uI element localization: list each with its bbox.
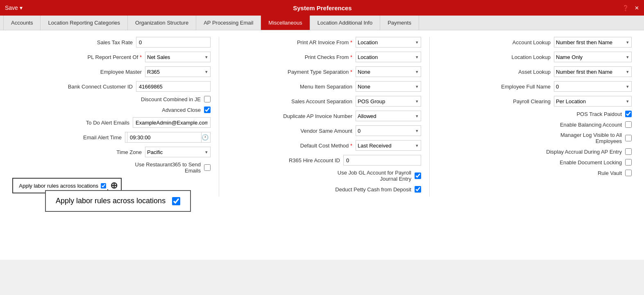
label-enable-document-locking: Enable Document Locking — [560, 159, 622, 166]
label-rule-vault: Rule Vault — [565, 170, 622, 176]
checkbox-apply-labor-rules[interactable] — [101, 183, 106, 188]
select-default-cost[interactable]: Last Received — [356, 141, 421, 150]
label-default-cost: Default Cost Method * — [295, 143, 352, 149]
checkbox-pos-track-paidout[interactable] — [625, 111, 632, 117]
clock-icon: 🕐 — [202, 134, 209, 141]
select-default-cost-wrapper[interactable]: Last Received ▾ — [356, 140, 421, 151]
input-r365-hire[interactable] — [343, 155, 421, 166]
row-sales-tax-rate: Sales Tax Rate — [12, 37, 211, 48]
select-asset-lookup-wrapper[interactable]: Number first then Name ▾ — [554, 66, 632, 77]
close-icon[interactable]: ✕ — [635, 5, 639, 11]
row-todo-alert-emails: To Do Alert Emails — [12, 117, 211, 128]
select-print-ar-wrapper[interactable]: Location ▾ — [356, 37, 421, 48]
checkbox-discount-combined[interactable] — [204, 96, 211, 102]
checkbox-enable-document-locking[interactable] — [625, 159, 632, 166]
row-employee-master: Employee Master R365 ▾ — [12, 66, 211, 77]
select-location-lookup-wrapper[interactable]: Name Only ▾ — [554, 52, 632, 62]
checkbox-rule-vault[interactable] — [625, 170, 632, 176]
select-location-lookup[interactable]: Name Only — [554, 52, 631, 62]
input-todo-alert-emails[interactable] — [133, 117, 211, 128]
select-print-checks[interactable]: Location — [356, 52, 421, 62]
save-button[interactable]: Save ▾ — [5, 5, 23, 11]
label-job-gl: Use Job GL Account for PayrollJournal En… — [338, 170, 411, 182]
select-print-checks-wrapper[interactable]: Location ▾ — [356, 52, 421, 62]
zoom-popup-checkbox[interactable] — [172, 197, 180, 205]
select-vendor-same-wrapper[interactable]: 0 ▾ — [356, 125, 421, 136]
row-advanced-close: Advanced Close — [12, 107, 211, 113]
label-employee-master: Employee Master — [84, 69, 142, 75]
select-employee-master-wrapper[interactable]: R365 ▾ — [145, 66, 211, 77]
row-print-checks: Print Checks From * Location ▾ — [227, 52, 421, 62]
select-time-zone-wrapper[interactable]: Pacific ▾ — [145, 147, 211, 157]
input-sales-tax-rate[interactable] — [136, 37, 211, 48]
tab-payments[interactable]: Payments — [380, 16, 419, 30]
checkbox-display-accrual[interactable] — [625, 148, 632, 155]
select-account-lookup[interactable]: Number first then Name — [554, 37, 631, 47]
label-bank-connect: Bank Connect Customer ID — [68, 84, 133, 90]
select-print-ar[interactable]: Location — [356, 37, 421, 47]
zoom-popup: Apply labor rules across locations — [45, 190, 191, 212]
select-duplicate-ap[interactable]: Allowed — [356, 111, 421, 121]
label-print-ar-invoice: Print AR Invoice From * — [295, 39, 352, 45]
select-sales-account[interactable]: POS Group — [356, 96, 421, 106]
select-pl-report[interactable]: Net Sales — [145, 52, 210, 62]
label-sales-tax-rate: Sales Tax Rate — [75, 39, 133, 45]
row-bank-connect: Bank Connect Customer ID — [12, 81, 211, 92]
label-apply-labor-rules: Apply labor rules across locations — [16, 183, 98, 189]
tab-location-reporting[interactable]: Location Reporting Categories — [41, 16, 128, 30]
row-payroll-clearing: Payroll Clearing Per Location ▾ — [438, 96, 632, 107]
checkbox-enable-balancing[interactable] — [625, 121, 632, 128]
checkbox-manager-log[interactable] — [625, 135, 632, 141]
tab-org-structure[interactable]: Organization Structure — [128, 16, 196, 30]
checkbox-job-gl[interactable] — [415, 172, 421, 179]
tab-ap-processing[interactable]: AP Processing Email — [196, 16, 261, 30]
row-asset-lookup: Asset Lookup Number first then Name ▾ — [438, 66, 632, 77]
tab-location-additional[interactable]: Location Additional Info — [310, 16, 380, 30]
select-payroll-clearing-wrapper[interactable]: Per Location ▾ — [554, 96, 632, 107]
label-duplicate-ap: Duplicate AP Invoice Number — [283, 113, 352, 119]
select-employee-master[interactable]: R365 — [145, 67, 210, 77]
row-print-ar-invoice: Print AR Invoice From * Location ▾ — [227, 37, 421, 48]
label-sales-account-sep: Sales Account Separation — [291, 98, 352, 104]
select-sales-account-wrapper[interactable]: POS Group ▾ — [356, 96, 421, 107]
label-enable-balancing: Enable Balancing Account — [560, 122, 622, 128]
help-icon[interactable]: ❓ — [622, 5, 629, 11]
select-payroll-clearing[interactable]: Per Location — [554, 96, 631, 106]
label-r365-hire: R365 Hire Account ID — [283, 157, 340, 163]
row-employee-full-name: Employee Full Name 0 ▾ — [438, 81, 632, 92]
label-payment-type-sep: Payment Type Separation * — [288, 69, 352, 75]
row-location-lookup: Location Lookup Name Only ▾ — [438, 52, 632, 62]
select-vendor-same[interactable]: 0 — [356, 126, 421, 136]
checkbox-deduct-petty-cash[interactable] — [415, 186, 421, 193]
select-menu-item-wrapper[interactable]: None ▾ — [356, 81, 421, 92]
tab-miscellaneous[interactable]: Miscellaneous — [261, 16, 310, 30]
select-pl-report-wrapper[interactable]: Net Sales ▾ — [145, 52, 211, 62]
select-time-zone[interactable]: Pacific — [145, 147, 210, 157]
label-time-zone: Time Zone — [84, 149, 142, 155]
tab-bar: Accounts Location Reporting Categories O… — [0, 16, 644, 30]
input-bank-connect[interactable] — [136, 81, 211, 92]
select-payment-type[interactable]: None — [356, 67, 421, 77]
select-employee-full-name-wrapper[interactable]: 0 ▾ — [554, 81, 632, 92]
tab-accounts[interactable]: Accounts — [3, 16, 41, 30]
label-advanced-close: Advanced Close — [143, 107, 201, 113]
select-payment-type-wrapper[interactable]: None ▾ — [356, 66, 421, 77]
label-pl-report: PL Report Percent Of * — [84, 54, 142, 60]
checkbox-advanced-close[interactable] — [204, 107, 211, 113]
select-menu-item[interactable]: None — [356, 82, 421, 91]
row-pl-report: PL Report Percent Of * Net Sales ▾ — [12, 52, 211, 62]
label-vendor-same-amount: Vendor Same Amount — [295, 128, 352, 134]
select-asset-lookup[interactable]: Number first then Name — [554, 67, 631, 77]
save-dropdown-icon[interactable]: ▾ — [20, 5, 23, 11]
select-duplicate-ap-wrapper[interactable]: Allowed ▾ — [356, 111, 421, 121]
row-account-lookup: Account Lookup Number first then Name ▾ — [438, 37, 632, 48]
time-input-wrapper[interactable]: 🕐 — [125, 132, 211, 143]
title-actions: ❓ ✕ — [622, 5, 639, 11]
checkbox-use-r365-emails[interactable] — [204, 164, 211, 171]
input-email-alert-time[interactable] — [127, 132, 202, 143]
row-job-gl: Use Job GL Account for PayrollJournal En… — [227, 170, 421, 182]
select-employee-full-name[interactable]: 0 — [554, 82, 631, 91]
label-account-lookup: Account Lookup — [493, 39, 551, 45]
row-deduct-petty-cash: Deduct Petty Cash from Deposit — [227, 186, 421, 193]
select-account-lookup-wrapper[interactable]: Number first then Name ▾ — [554, 37, 632, 48]
